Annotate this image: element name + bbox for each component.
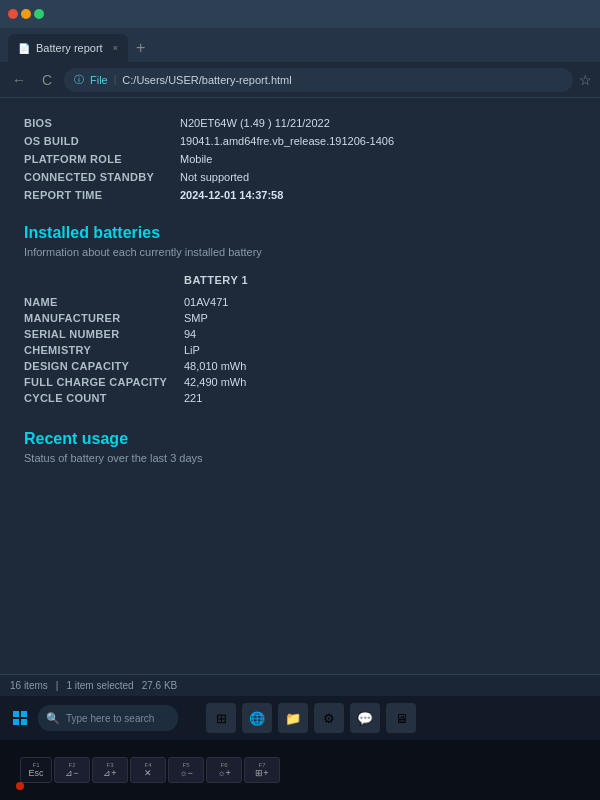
bookmark-button[interactable]: ☆ [579, 72, 592, 88]
battery-name-label: NAME [24, 296, 184, 308]
recent-usage-subtitle: Status of battery over the last 3 days [24, 452, 576, 464]
installed-batteries-title: Installed batteries [24, 224, 576, 242]
f3-key[interactable]: F3 ⊿+ [92, 757, 128, 783]
battery-cycle-value: 221 [184, 392, 202, 404]
platform-label: PLATFORM ROLE [24, 153, 164, 165]
info-row-platform: PLATFORM ROLE Mobile [24, 150, 576, 168]
info-row-bios: BIOS N20ET64W (1.49 ) 11/21/2022 [24, 114, 576, 132]
recent-usage-title: Recent usage [24, 430, 576, 448]
taskbar-icon-5[interactable]: 💬 [350, 703, 380, 733]
esc-key[interactable]: F1 Esc [20, 757, 52, 783]
url-text: C:/Users/USER/battery-report.html [122, 74, 291, 86]
bios-label: BIOS [24, 117, 164, 129]
taskbar-icon-2[interactable]: 🌐 [242, 703, 272, 733]
osbuild-value: 19041.1.amd64fre.vb_release.191206-1406 [180, 135, 394, 147]
info-icon: ⓘ [74, 73, 84, 87]
reporttime-label: REPORT TIME [24, 189, 164, 201]
system-info-table: BIOS N20ET64W (1.49 ) 11/21/2022 OS BUIL… [24, 114, 576, 204]
recent-usage-section: Recent usage Status of battery over the … [24, 430, 576, 464]
battery-serial-value: 94 [184, 328, 196, 340]
installed-batteries-subtitle: Information about each currently install… [24, 246, 576, 258]
screen-area: 📄 Battery report × + ← C ⓘ File | C:/Use… [0, 0, 600, 740]
battery-manufacturer-value: SMP [184, 312, 208, 324]
battery-serial-label: SERIAL NUMBER [24, 328, 184, 340]
tab-icon: 📄 [18, 43, 30, 54]
status-bar: 16 items | 1 item selected 27.6 KB [0, 674, 600, 696]
standby-value: Not supported [180, 171, 249, 183]
f4-key[interactable]: F4 ✕ [130, 757, 166, 783]
esc-label: Esc [28, 768, 43, 778]
search-placeholder: Type here to search [66, 713, 154, 724]
f5-key[interactable]: F5 ☼− [168, 757, 204, 783]
f6-key[interactable]: F6 ☼+ [206, 757, 242, 783]
f2-key[interactable]: F2 ⊿− [54, 757, 90, 783]
close-button[interactable] [8, 9, 18, 19]
laptop-frame: 📄 Battery report × + ← C ⓘ File | C:/Use… [0, 0, 600, 800]
indicator-light [16, 782, 24, 790]
tab-label: Battery report [36, 42, 103, 54]
address-divider: | [114, 74, 117, 85]
taskbar-icon-3[interactable]: 📁 [278, 703, 308, 733]
tab-close-button[interactable]: × [113, 43, 118, 53]
browser-tab[interactable]: 📄 Battery report × [8, 34, 128, 62]
taskbar-search[interactable]: 🔍 Type here to search [38, 705, 178, 731]
address-bar: ← C ⓘ File | C:/Users/USER/battery-repor… [0, 62, 600, 98]
taskbar-icon-group: ⊞ 🌐 📁 ⚙ 💬 🖥 [206, 703, 416, 733]
win-cell-3 [13, 719, 19, 725]
battery-row-design-capacity: DESIGN CAPACITY 48,010 mWh [24, 358, 576, 374]
f6-label: ☼+ [217, 768, 231, 778]
refresh-button[interactable]: C [36, 72, 58, 88]
url-bar[interactable]: ⓘ File | C:/Users/USER/battery-report.ht… [64, 68, 573, 92]
maximize-button[interactable] [34, 9, 44, 19]
platform-value: Mobile [180, 153, 212, 165]
taskbar-icon-4[interactable]: ⚙ [314, 703, 344, 733]
battery-row-chemistry: CHEMISTRY LiP [24, 342, 576, 358]
battery-cycle-label: CYCLE COUNT [24, 392, 184, 404]
info-row-osbuild: OS BUILD 19041.1.amd64fre.vb_release.191… [24, 132, 576, 150]
f7-key[interactable]: F7 ⊞+ [244, 757, 280, 783]
keyboard-strip: F1 Esc F2 ⊿− F3 ⊿+ F4 ✕ F5 ☼− F6 ☼+ [0, 740, 600, 800]
windows-icon [13, 711, 27, 725]
start-button[interactable] [10, 708, 30, 728]
standby-label: CONNECTED STANDBY [24, 171, 164, 183]
info-row-reporttime: REPORT TIME 2024-12-01 14:37:58 [24, 186, 576, 204]
battery-header-row: BATTERY 1 [24, 270, 576, 290]
battery-row-manufacturer: MANUFACTURER SMP [24, 310, 576, 326]
back-button[interactable]: ← [8, 72, 30, 88]
battery-row-full-charge: FULL CHARGE CAPACITY 42,490 mWh [24, 374, 576, 390]
taskbar-icon-6[interactable]: 🖥 [386, 703, 416, 733]
new-tab-button[interactable]: + [128, 34, 153, 62]
battery-full-charge-label: FULL CHARGE CAPACITY [24, 376, 184, 388]
win-cell-4 [21, 719, 27, 725]
f4-label: ✕ [144, 768, 152, 778]
minimize-button[interactable] [21, 9, 31, 19]
taskbar: 🔍 Type here to search ⊞ 🌐 📁 ⚙ 💬 🖥 [0, 696, 600, 740]
battery-col-header: BATTERY 1 [184, 274, 248, 286]
f5-label: ☼− [179, 768, 193, 778]
tab-bar: 📄 Battery report × + [0, 28, 600, 62]
title-bar [0, 0, 600, 28]
battery-design-capacity-label: DESIGN CAPACITY [24, 360, 184, 372]
taskbar-icon-1[interactable]: ⊞ [206, 703, 236, 733]
battery-chemistry-value: LiP [184, 344, 200, 356]
f2-label: ⊿− [65, 768, 78, 778]
battery-chemistry-label: CHEMISTRY [24, 344, 184, 356]
installed-batteries-section: Installed batteries Information about ea… [24, 224, 576, 406]
status-items: 16 items [10, 680, 48, 691]
win-cell-2 [21, 711, 27, 717]
search-icon: 🔍 [46, 712, 60, 725]
status-selected: 1 item selected [66, 680, 133, 691]
content-area: BIOS N20ET64W (1.49 ) 11/21/2022 OS BUIL… [0, 98, 600, 674]
function-keys: F1 Esc F2 ⊿− F3 ⊿+ F4 ✕ F5 ☼− F6 ☼+ [20, 757, 580, 783]
osbuild-label: OS BUILD [24, 135, 164, 147]
f7-label: ⊞+ [255, 768, 268, 778]
reporttime-value: 2024-12-01 14:37:58 [180, 189, 283, 201]
status-separator: | [56, 680, 59, 691]
win-cell-1 [13, 711, 19, 717]
info-row-standby: CONNECTED STANDBY Not supported [24, 168, 576, 186]
battery-row-name: NAME 01AV471 [24, 294, 576, 310]
window-controls [8, 9, 44, 19]
battery-row-serial: SERIAL NUMBER 94 [24, 326, 576, 342]
f3-label: ⊿+ [103, 768, 116, 778]
battery-manufacturer-label: MANUFACTURER [24, 312, 184, 324]
